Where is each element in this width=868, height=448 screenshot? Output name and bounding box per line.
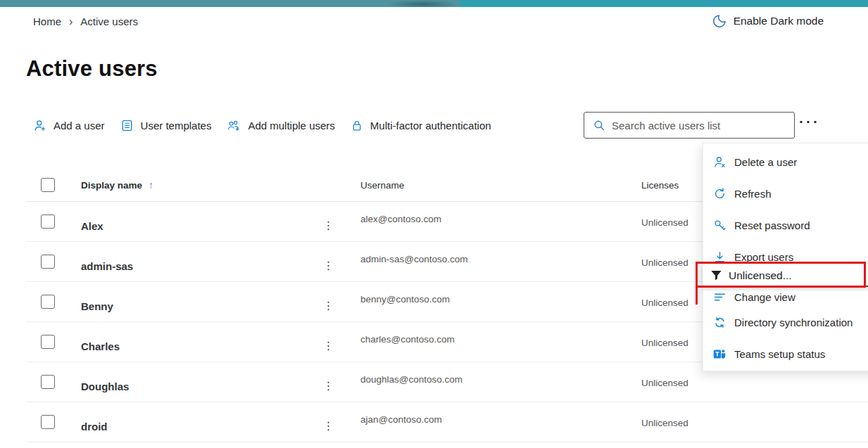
toolbar-button-add-multiple-users[interactable]: Add multiple users bbox=[227, 119, 334, 132]
sort-ascending-icon: ↑ bbox=[149, 179, 153, 191]
row-actions-button[interactable]: ⋮ bbox=[315, 340, 341, 352]
breadcrumb-chevron-icon: › bbox=[69, 15, 73, 27]
template-icon bbox=[120, 119, 134, 132]
filter-chip-label: Unlicensed... bbox=[729, 269, 792, 282]
search-icon bbox=[593, 119, 605, 132]
menu-item-teams-setup-status[interactable]: Teams setup status bbox=[703, 338, 868, 370]
dark-mode-label: Enable Dark mode bbox=[734, 15, 824, 27]
column-header-username[interactable]: Username bbox=[341, 180, 619, 191]
download-icon bbox=[712, 250, 727, 264]
user-licenses: Unlicensed bbox=[619, 378, 868, 388]
column-header-display-name[interactable]: Display name ↑ bbox=[73, 179, 315, 191]
vertical-ellipsis-icon: ⋮ bbox=[323, 300, 334, 312]
person-add-icon bbox=[33, 119, 46, 132]
user-licenses: Unlicensed bbox=[619, 418, 868, 428]
toolbar: Add a user User templates Add multiple u… bbox=[0, 112, 868, 139]
user-display-name[interactable]: Doughlas bbox=[73, 380, 315, 392]
user-display-name[interactable]: Charles bbox=[73, 340, 315, 352]
user-display-name[interactable]: admin-sas bbox=[73, 260, 315, 272]
vertical-ellipsis-icon: ⋮ bbox=[323, 421, 334, 432]
row-actions-button[interactable]: ⋮ bbox=[315, 421, 341, 432]
toolbar-button-add-a-user[interactable]: Add a user bbox=[33, 119, 105, 132]
menu-item-refresh[interactable]: Refresh bbox=[703, 178, 868, 210]
dark-mode-toggle[interactable]: Enable Dark mode bbox=[712, 13, 824, 29]
vertical-ellipsis-icon: ⋮ bbox=[323, 220, 334, 231]
toolbar-button-multi-factor-authentication[interactable]: Multi-factor authentication bbox=[351, 119, 491, 132]
row-checkbox[interactable] bbox=[41, 375, 55, 389]
person-delete-icon bbox=[712, 155, 727, 169]
overflow-menu: Delete a user Refresh Reset password Exp… bbox=[703, 143, 868, 371]
vertical-ellipsis-icon: ⋮ bbox=[323, 260, 334, 271]
row-actions-button[interactable]: ⋮ bbox=[315, 300, 341, 312]
lock-icon bbox=[351, 119, 363, 132]
vertical-ellipsis-icon: ⋮ bbox=[323, 340, 334, 352]
row-actions-button[interactable]: ⋮ bbox=[315, 380, 341, 392]
user-display-name[interactable]: droid bbox=[73, 421, 315, 433]
more-actions-button[interactable]: ··· bbox=[795, 113, 824, 131]
display-name-header-label: Display name bbox=[81, 180, 142, 191]
top-theme-bar bbox=[0, 0, 868, 7]
search-active-users-box bbox=[584, 112, 795, 139]
row-actions-button[interactable]: ⋮ bbox=[315, 220, 341, 231]
user-username: charles@contoso.com bbox=[341, 334, 619, 345]
user-username: doughlas@contoso.com bbox=[341, 374, 619, 385]
table-row: droid ⋮ ajan@contoso.com Unlicensed bbox=[26, 402, 868, 442]
people-add-icon bbox=[227, 119, 241, 132]
user-username: admin-sas@contoso.com bbox=[341, 254, 619, 264]
user-display-name[interactable]: Benny bbox=[73, 300, 315, 312]
toolbar-button-user-templates[interactable]: User templates bbox=[120, 119, 212, 132]
vertical-ellipsis-icon: ⋮ bbox=[323, 380, 334, 392]
active-users-page: Home › Active users Enable Dark mode Act… bbox=[0, 0, 868, 448]
row-checkbox[interactable] bbox=[41, 295, 55, 309]
refresh-icon bbox=[712, 187, 727, 200]
page-title: Active users bbox=[26, 54, 868, 84]
sync-icon bbox=[712, 316, 727, 329]
filter-unlicensed-chip[interactable]: Unlicensed... bbox=[703, 265, 868, 287]
search-input[interactable] bbox=[612, 120, 794, 132]
select-all-checkbox[interactable] bbox=[41, 178, 55, 192]
row-checkbox[interactable] bbox=[41, 335, 55, 349]
user-username: alex@contoso.com bbox=[341, 214, 619, 224]
moon-icon bbox=[712, 13, 727, 29]
user-username: benny@contoso.com bbox=[341, 294, 619, 305]
teams-icon bbox=[712, 347, 727, 361]
row-checkbox[interactable] bbox=[41, 415, 55, 429]
filter-icon bbox=[710, 269, 723, 282]
view-lines-icon bbox=[712, 290, 727, 304]
row-checkbox[interactable] bbox=[41, 255, 55, 269]
menu-item-directory-synchronization[interactable]: Directory synchronization bbox=[703, 307, 868, 338]
key-icon bbox=[712, 219, 727, 232]
row-actions-button[interactable]: ⋮ bbox=[315, 260, 341, 271]
breadcrumb-home-link[interactable]: Home bbox=[33, 15, 61, 27]
breadcrumb: Home › Active users bbox=[33, 15, 138, 27]
user-username: ajan@contoso.com bbox=[341, 414, 619, 425]
row-checkbox[interactable] bbox=[41, 215, 55, 229]
user-display-name[interactable]: Alex bbox=[73, 220, 315, 232]
menu-item-delete-a-user[interactable]: Delete a user bbox=[703, 146, 868, 178]
menu-item-reset-password[interactable]: Reset password bbox=[703, 210, 868, 241]
breadcrumb-active-users-link[interactable]: Active users bbox=[80, 15, 138, 27]
